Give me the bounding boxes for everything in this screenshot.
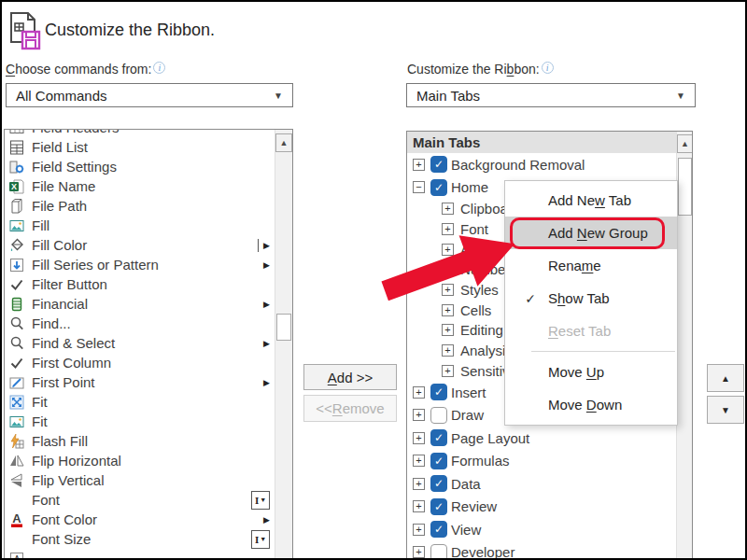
list-item[interactable]: Flip Horizontal [5,451,274,470]
scroll-up-button[interactable]: ▲ [677,134,693,153]
expand-icon[interactable]: + [442,244,454,256]
move-down-button[interactable]: ▼ [707,396,744,424]
tree-item-developer[interactable]: +Developer [407,541,692,560]
checkbox-checked[interactable]: ✓ [430,475,447,492]
tree-item-formulas[interactable]: +✓Formulas [407,450,692,473]
expand-icon[interactable]: + [413,409,425,421]
submenu-arrow-icon: ▶ [263,339,270,348]
flash-fill-icon [7,433,26,450]
list-item[interactable]: Flip Vertical [5,470,274,490]
list-item-label: First Column [32,355,111,371]
list-item-label: Fill Series or Pattern [32,257,159,273]
list-item-label: Fit [32,394,48,410]
tree-item-review[interactable]: +✓Review [407,496,692,519]
checkbox-checked[interactable]: ✓ [430,498,447,515]
expand-icon[interactable]: + [442,263,454,275]
list-item[interactable]: Fit [5,392,274,412]
checkbox-checked[interactable]: ✓ [430,156,447,173]
add-button[interactable]: Add >> [303,364,397,390]
tree-item-background-removal[interactable]: +✓Background Removal [407,153,692,176]
menu-item-move-down[interactable]: Move Down [505,388,677,421]
expand-icon[interactable]: + [413,432,425,444]
submenu-arrow-icon: ▶ [263,260,270,270]
list-item[interactable]: XFile Name [5,176,274,196]
remove-button[interactable]: << Remove [303,395,397,422]
expand-icon[interactable]: + [442,365,454,377]
list-item[interactable]: Flash Fill [5,431,274,451]
list-item-label: Financial [32,296,88,312]
submenu-arrow-icon: ▶ [258,239,270,252]
customize-ribbon-icon [8,11,42,52]
list-item[interactable]: Fill Series or Pattern▶ [5,255,274,274]
list-item[interactable]: A [5,549,274,560]
expand-icon[interactable]: + [413,159,425,171]
tree-item-page-layout[interactable]: +✓Page Layout [407,427,692,450]
expand-icon[interactable]: + [413,546,425,558]
submenu-arrow-icon: ▶ [263,300,270,309]
combo-box-icon: I▼ [251,491,270,510]
menu-item-add-new-tab[interactable]: Add New Tab [505,184,677,217]
expand-icon[interactable]: + [442,344,454,357]
menu-item-add-new-group[interactable]: Add New Group [505,217,677,249]
checkbox-checked[interactable]: ✓ [430,453,447,469]
expand-icon[interactable]: + [413,524,425,536]
expand-icon[interactable]: + [442,223,454,235]
list-item[interactable]: File Path [5,196,274,216]
choose-commands-dropdown[interactable]: All Commands ▼ [6,83,293,107]
customize-ribbon-value: Main Tabs [416,88,480,104]
tree-group-header: Main Tabs [407,132,692,153]
tree-item-data[interactable]: +✓Data [407,472,692,496]
tree-item-label: Font [460,221,488,237]
list-item-label: Fill [32,217,49,233]
context-menu: Add New TabAdd New GroupRename✓Show TabR… [504,180,678,426]
scrollbar-thumb[interactable] [678,158,692,216]
menu-item-show-tab[interactable]: ✓Show Tab [505,282,677,315]
money-book-icon [7,296,26,313]
list-item[interactable]: Field Settings [5,157,274,176]
list-item[interactable]: Fit [5,412,274,431]
expand-icon[interactable]: + [442,324,454,336]
expand-icon[interactable]: + [413,500,425,512]
list-item[interactable]: Font SizeI▼ [5,529,274,549]
main-tabs-scrollbar[interactable]: ▲ [676,132,693,559]
list-item[interactable]: Field Headers [5,129,274,137]
submenu-arrow-icon: ▶ [263,515,270,525]
list-item[interactable]: AFont Color▶ [5,510,274,529]
list-item[interactable]: Fill [5,216,274,235]
commands-list[interactable]: Field HeadersField ListField SettingsXFi… [4,129,293,560]
tree-item-view[interactable]: +✓View [407,518,692,541]
list-item[interactable]: FontI▼ [5,490,274,510]
checkbox-unchecked[interactable] [430,544,447,560]
checkbox-checked[interactable]: ✓ [430,521,447,538]
list-item[interactable]: Filter Button [5,274,274,294]
checkbox-unchecked[interactable] [430,407,447,424]
collapse-icon[interactable]: − [413,181,425,193]
scrollbar-thumb[interactable] [276,314,291,341]
commands-list-scrollbar[interactable]: ▲ [275,130,292,559]
list-item[interactable]: Fill Color▶ [5,235,274,255]
list-item-label: File Name [32,178,95,194]
list-item-label: Field List [32,139,88,155]
menu-item-move-up[interactable]: Move Up [505,356,677,388]
expand-icon[interactable]: + [413,455,425,467]
svg-text:A: A [12,511,21,525]
checkbox-checked[interactable]: ✓ [430,429,447,446]
customize-ribbon-dropdown[interactable]: Main Tabs ▼ [406,83,696,107]
list-item[interactable]: Find... [5,314,274,333]
move-up-button[interactable]: ▲ [707,364,744,392]
list-item[interactable]: First Column [5,353,274,372]
scroll-up-button[interactable]: ▲ [275,133,292,152]
list-item[interactable]: Field List [5,137,274,157]
checkbox-checked[interactable]: ✓ [430,384,447,400]
expand-icon[interactable]: + [413,386,425,399]
checkbox-checked[interactable]: ✓ [430,179,447,196]
image-icon [7,413,26,430]
list-item[interactable]: Find & Select▶ [5,333,274,353]
expand-icon[interactable]: + [442,304,454,316]
menu-item-rename[interactable]: Rename [505,249,677,282]
expand-icon[interactable]: + [442,284,454,296]
list-item[interactable]: Financial▶ [5,294,274,314]
expand-icon[interactable]: + [413,478,425,490]
list-item[interactable]: First Point▶ [5,372,274,392]
expand-icon[interactable]: + [442,203,454,215]
